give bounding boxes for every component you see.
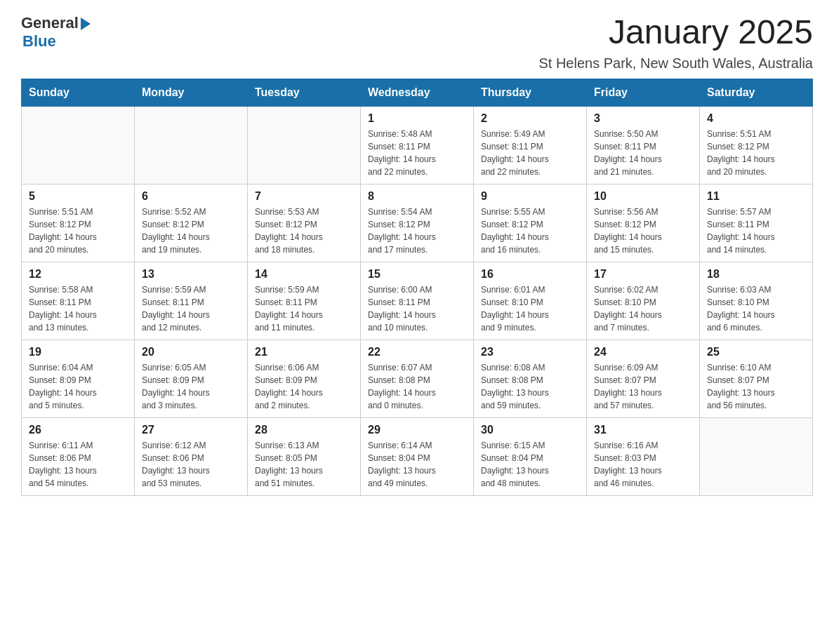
day-info: Sunrise: 6:00 AM Sunset: 8:11 PM Dayligh… [368, 283, 466, 334]
calendar-cell: 23Sunrise: 6:08 AM Sunset: 8:08 PM Dayli… [474, 340, 587, 417]
day-info: Sunrise: 6:02 AM Sunset: 8:10 PM Dayligh… [594, 283, 692, 334]
logo-blue-text: Blue [22, 32, 56, 51]
calendar-cell: 31Sunrise: 6:16 AM Sunset: 8:03 PM Dayli… [587, 417, 700, 495]
calendar-cell [22, 106, 135, 184]
day-info: Sunrise: 6:10 AM Sunset: 8:07 PM Dayligh… [707, 361, 805, 412]
day-info: Sunrise: 6:15 AM Sunset: 8:04 PM Dayligh… [481, 439, 579, 490]
day-number: 2 [481, 112, 579, 125]
day-number: 14 [255, 268, 353, 281]
day-info: Sunrise: 5:51 AM Sunset: 8:12 PM Dayligh… [29, 206, 127, 256]
day-info: Sunrise: 6:01 AM Sunset: 8:10 PM Dayligh… [481, 283, 579, 334]
logo-general-text: General [21, 14, 79, 32]
calendar-cell: 6Sunrise: 5:52 AM Sunset: 8:12 PM Daylig… [135, 184, 248, 262]
header-friday: Friday [587, 79, 700, 106]
day-info: Sunrise: 5:49 AM Sunset: 8:11 PM Dayligh… [481, 128, 579, 178]
calendar-cell: 22Sunrise: 6:07 AM Sunset: 8:08 PM Dayli… [361, 340, 474, 417]
logo-triangle-icon [81, 18, 91, 30]
day-number: 23 [481, 346, 579, 358]
day-info: Sunrise: 6:04 AM Sunset: 8:09 PM Dayligh… [29, 361, 127, 412]
day-number: 28 [255, 424, 353, 436]
calendar-cell: 5Sunrise: 5:51 AM Sunset: 8:12 PM Daylig… [22, 184, 135, 262]
day-info: Sunrise: 6:13 AM Sunset: 8:05 PM Dayligh… [255, 439, 353, 490]
day-number: 26 [29, 424, 127, 436]
header: General Blue January 2025 St Helens Park… [21, 14, 813, 72]
calendar-week-row: 5Sunrise: 5:51 AM Sunset: 8:12 PM Daylig… [22, 184, 813, 262]
calendar-cell: 21Sunrise: 6:06 AM Sunset: 8:09 PM Dayli… [248, 340, 361, 417]
day-number: 15 [368, 268, 466, 281]
location-title: St Helens Park, New South Wales, Austral… [538, 55, 813, 72]
calendar-cell: 9Sunrise: 5:55 AM Sunset: 8:12 PM Daylig… [474, 184, 587, 262]
calendar-table: SundayMondayTuesdayWednesdayThursdayFrid… [21, 79, 813, 496]
day-info: Sunrise: 5:50 AM Sunset: 8:11 PM Dayligh… [594, 128, 692, 178]
header-tuesday: Tuesday [248, 79, 361, 106]
day-number: 12 [29, 268, 127, 281]
day-info: Sunrise: 5:55 AM Sunset: 8:12 PM Dayligh… [481, 206, 579, 256]
day-number: 29 [368, 424, 466, 436]
day-info: Sunrise: 6:08 AM Sunset: 8:08 PM Dayligh… [481, 361, 579, 412]
calendar-week-row: 26Sunrise: 6:11 AM Sunset: 8:06 PM Dayli… [22, 417, 813, 495]
calendar-header-row: SundayMondayTuesdayWednesdayThursdayFrid… [22, 79, 813, 106]
calendar-cell: 28Sunrise: 6:13 AM Sunset: 8:05 PM Dayli… [248, 417, 361, 495]
day-number: 13 [142, 268, 240, 281]
day-info: Sunrise: 5:59 AM Sunset: 8:11 PM Dayligh… [255, 283, 353, 334]
calendar-cell: 29Sunrise: 6:14 AM Sunset: 8:04 PM Dayli… [361, 417, 474, 495]
day-number: 5 [29, 190, 127, 203]
day-info: Sunrise: 5:57 AM Sunset: 8:11 PM Dayligh… [707, 206, 805, 256]
day-number: 6 [142, 190, 240, 203]
calendar-cell: 3Sunrise: 5:50 AM Sunset: 8:11 PM Daylig… [587, 106, 700, 184]
day-number: 31 [594, 424, 692, 436]
header-monday: Monday [135, 79, 248, 106]
calendar-cell [700, 417, 813, 495]
calendar-cell [248, 106, 361, 184]
day-number: 20 [142, 346, 240, 358]
day-info: Sunrise: 5:54 AM Sunset: 8:12 PM Dayligh… [368, 206, 466, 256]
day-info: Sunrise: 5:58 AM Sunset: 8:11 PM Dayligh… [29, 283, 127, 334]
calendar-week-row: 19Sunrise: 6:04 AM Sunset: 8:09 PM Dayli… [22, 340, 813, 417]
day-info: Sunrise: 6:11 AM Sunset: 8:06 PM Dayligh… [29, 439, 127, 490]
calendar-cell: 14Sunrise: 5:59 AM Sunset: 8:11 PM Dayli… [248, 262, 361, 340]
day-info: Sunrise: 6:06 AM Sunset: 8:09 PM Dayligh… [255, 361, 353, 412]
logo: General Blue [21, 14, 91, 51]
calendar-cell: 19Sunrise: 6:04 AM Sunset: 8:09 PM Dayli… [22, 340, 135, 417]
day-number: 4 [707, 112, 805, 125]
day-info: Sunrise: 6:07 AM Sunset: 8:08 PM Dayligh… [368, 361, 466, 412]
calendar-cell: 2Sunrise: 5:49 AM Sunset: 8:11 PM Daylig… [474, 106, 587, 184]
calendar-cell [135, 106, 248, 184]
day-info: Sunrise: 5:53 AM Sunset: 8:12 PM Dayligh… [255, 206, 353, 256]
calendar-cell: 24Sunrise: 6:09 AM Sunset: 8:07 PM Dayli… [587, 340, 700, 417]
calendar-cell: 8Sunrise: 5:54 AM Sunset: 8:12 PM Daylig… [361, 184, 474, 262]
header-sunday: Sunday [22, 79, 135, 106]
day-info: Sunrise: 5:59 AM Sunset: 8:11 PM Dayligh… [142, 283, 240, 334]
day-number: 22 [368, 346, 466, 358]
calendar-week-row: 12Sunrise: 5:58 AM Sunset: 8:11 PM Dayli… [22, 262, 813, 340]
day-info: Sunrise: 6:05 AM Sunset: 8:09 PM Dayligh… [142, 361, 240, 412]
day-info: Sunrise: 6:16 AM Sunset: 8:03 PM Dayligh… [594, 439, 692, 490]
calendar-cell: 17Sunrise: 6:02 AM Sunset: 8:10 PM Dayli… [587, 262, 700, 340]
calendar-cell: 26Sunrise: 6:11 AM Sunset: 8:06 PM Dayli… [22, 417, 135, 495]
calendar-cell: 25Sunrise: 6:10 AM Sunset: 8:07 PM Dayli… [700, 340, 813, 417]
day-number: 27 [142, 424, 240, 436]
day-info: Sunrise: 6:14 AM Sunset: 8:04 PM Dayligh… [368, 439, 466, 490]
day-info: Sunrise: 6:12 AM Sunset: 8:06 PM Dayligh… [142, 439, 240, 490]
day-number: 16 [481, 268, 579, 281]
day-info: Sunrise: 5:52 AM Sunset: 8:12 PM Dayligh… [142, 206, 240, 256]
day-info: Sunrise: 6:09 AM Sunset: 8:07 PM Dayligh… [594, 361, 692, 412]
day-number: 8 [368, 190, 466, 203]
day-info: Sunrise: 5:51 AM Sunset: 8:12 PM Dayligh… [707, 128, 805, 178]
day-number: 11 [707, 190, 805, 203]
title-area: January 2025 St Helens Park, New South W… [538, 14, 813, 72]
day-info: Sunrise: 6:03 AM Sunset: 8:10 PM Dayligh… [707, 283, 805, 334]
calendar-cell: 10Sunrise: 5:56 AM Sunset: 8:12 PM Dayli… [587, 184, 700, 262]
day-info: Sunrise: 5:56 AM Sunset: 8:12 PM Dayligh… [594, 206, 692, 256]
day-number: 21 [255, 346, 353, 358]
header-thursday: Thursday [474, 79, 587, 106]
calendar-cell: 12Sunrise: 5:58 AM Sunset: 8:11 PM Dayli… [22, 262, 135, 340]
calendar-cell: 18Sunrise: 6:03 AM Sunset: 8:10 PM Dayli… [700, 262, 813, 340]
day-number: 19 [29, 346, 127, 358]
calendar-cell: 15Sunrise: 6:00 AM Sunset: 8:11 PM Dayli… [361, 262, 474, 340]
calendar-cell: 1Sunrise: 5:48 AM Sunset: 8:11 PM Daylig… [361, 106, 474, 184]
calendar-cell: 4Sunrise: 5:51 AM Sunset: 8:12 PM Daylig… [700, 106, 813, 184]
calendar-cell: 30Sunrise: 6:15 AM Sunset: 8:04 PM Dayli… [474, 417, 587, 495]
calendar-cell: 7Sunrise: 5:53 AM Sunset: 8:12 PM Daylig… [248, 184, 361, 262]
day-info: Sunrise: 5:48 AM Sunset: 8:11 PM Dayligh… [368, 128, 466, 178]
